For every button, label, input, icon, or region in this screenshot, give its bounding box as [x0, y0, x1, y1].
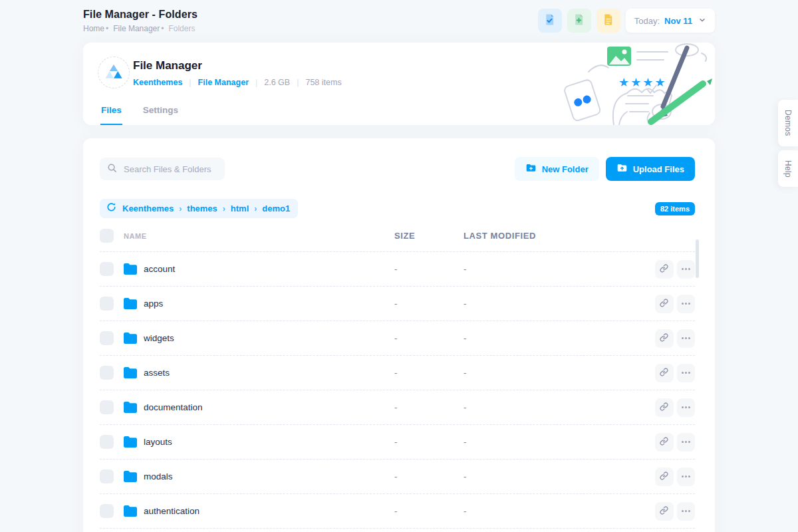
row-checkbox[interactable]	[100, 297, 114, 311]
link-icon	[660, 506, 668, 517]
column-header-name[interactable]: NAME	[114, 232, 394, 240]
path-link[interactable]: demo1	[262, 203, 290, 213]
copy-link-button[interactable]	[655, 260, 674, 279]
date-picker[interactable]: Today: Nov 11	[626, 9, 715, 33]
header-toolbar: Today: Nov 11	[538, 9, 715, 33]
breadcrumb-item[interactable]: Folders •	[168, 24, 195, 33]
breadcrumb-label[interactable]: Home	[83, 24, 104, 33]
path-item: themes ›	[187, 203, 231, 213]
folder-name[interactable]: documentation	[144, 402, 203, 412]
folder-icon	[124, 505, 137, 517]
row-checkbox[interactable]	[100, 331, 114, 345]
row-checkbox[interactable]	[100, 435, 114, 449]
breadcrumb-label[interactable]: Folders	[168, 24, 195, 33]
side-tab[interactable]: Demos	[778, 100, 798, 146]
new-folder-button[interactable]: New Folder	[515, 157, 599, 181]
breadcrumb-label[interactable]: File Manager	[113, 24, 160, 33]
table-row[interactable]: account - -	[100, 252, 695, 287]
search-input[interactable]	[122, 164, 217, 175]
folder-name[interactable]: assets	[144, 368, 170, 378]
search-icon	[107, 163, 117, 176]
ellipsis-icon	[682, 441, 690, 443]
row-size: -	[394, 264, 464, 274]
row-menu-button[interactable]	[677, 502, 696, 521]
row-size: -	[394, 471, 464, 481]
vendor-link[interactable]: Keenthemes	[133, 78, 182, 87]
row-checkbox[interactable]	[100, 504, 114, 518]
row-checkbox[interactable]	[100, 400, 114, 414]
folder-name[interactable]: modals	[144, 471, 173, 481]
upload-files-button[interactable]: Upload Files	[606, 157, 695, 181]
row-checkbox[interactable]	[100, 262, 114, 276]
side-tab[interactable]: Help	[778, 150, 798, 188]
row-menu-button[interactable]	[677, 398, 696, 417]
tab[interactable]: Settings	[142, 105, 179, 125]
folder-name[interactable]: account	[144, 264, 175, 274]
table-row[interactable]: assets - -	[100, 356, 695, 390]
ellipsis-icon	[682, 475, 690, 477]
file-lines-button[interactable]	[597, 9, 620, 33]
copy-link-button[interactable]	[655, 295, 674, 313]
folder-icon	[124, 332, 137, 344]
breadcrumb-item[interactable]: Home •	[83, 24, 113, 33]
row-menu-button[interactable]	[677, 433, 696, 452]
row-menu-button[interactable]	[677, 260, 696, 279]
link-icon	[660, 471, 668, 482]
row-menu-button[interactable]	[677, 364, 696, 382]
folder-name[interactable]: apps	[144, 299, 163, 309]
breadcrumb-item[interactable]: File Manager •	[113, 24, 168, 33]
path-separator: ›	[254, 204, 257, 213]
sync-icon[interactable]	[106, 202, 116, 215]
folder-icon	[124, 263, 137, 275]
table-row[interactable]: apps - -	[100, 287, 695, 321]
path-item: html ›	[231, 203, 262, 213]
row-size: -	[394, 333, 464, 343]
row-menu-button[interactable]	[677, 295, 696, 313]
table-row[interactable]: dashboards - -	[100, 529, 695, 532]
card-meta: Keenthemes | File Manager | 2.6 GB | 758…	[133, 78, 342, 87]
items-count: 758 items	[305, 78, 341, 87]
folder-name[interactable]: authentication	[144, 506, 200, 516]
table-row[interactable]: layouts - -	[100, 425, 695, 460]
path-link[interactable]: themes	[187, 203, 217, 213]
page-title: File Manager - Folders	[83, 9, 198, 21]
upload-files-label: Upload Files	[633, 164, 684, 174]
path-link[interactable]: Keenthemes	[122, 203, 174, 213]
copy-link-button[interactable]	[655, 467, 674, 486]
folder-name[interactable]: widgets	[144, 333, 174, 343]
file-plus-button[interactable]	[567, 9, 591, 33]
row-checkbox[interactable]	[100, 366, 114, 380]
row-modified: -	[464, 506, 655, 516]
table-row[interactable]: documentation - -	[100, 390, 695, 425]
file-check-icon	[543, 13, 556, 28]
select-all-checkbox[interactable]	[100, 229, 114, 243]
row-modified: -	[464, 402, 655, 412]
copy-link-button[interactable]	[655, 364, 674, 382]
card-tabs: Files Settings	[100, 105, 179, 125]
column-header-size[interactable]: SIZE	[394, 231, 464, 241]
ellipsis-icon	[682, 372, 690, 374]
folder-icon	[124, 367, 137, 378]
row-modified: -	[464, 368, 655, 378]
column-header-modified[interactable]: LAST MODIFIED	[464, 231, 655, 241]
tab[interactable]: Files	[100, 105, 122, 125]
table-scrollbar-thumb[interactable]	[696, 239, 699, 278]
ellipsis-icon	[682, 406, 690, 408]
folder-icon	[124, 471, 137, 482]
table-row[interactable]: widgets - -	[100, 321, 695, 356]
row-menu-button[interactable]	[677, 467, 696, 486]
product-link[interactable]: File Manager	[198, 78, 249, 87]
path-link[interactable]: html	[231, 203, 249, 213]
copy-link-button[interactable]	[655, 433, 674, 452]
path-item: demo1 ›	[262, 203, 290, 213]
search-box[interactable]	[100, 158, 225, 180]
copy-link-button[interactable]	[655, 398, 674, 417]
row-menu-button[interactable]	[677, 329, 696, 348]
copy-link-button[interactable]	[655, 502, 674, 521]
row-checkbox[interactable]	[100, 469, 114, 483]
copy-link-button[interactable]	[655, 329, 674, 348]
table-row[interactable]: authentication - -	[100, 494, 695, 529]
table-row[interactable]: modals - -	[100, 460, 695, 494]
file-check-button[interactable]	[538, 9, 562, 33]
folder-name[interactable]: layouts	[144, 437, 172, 447]
